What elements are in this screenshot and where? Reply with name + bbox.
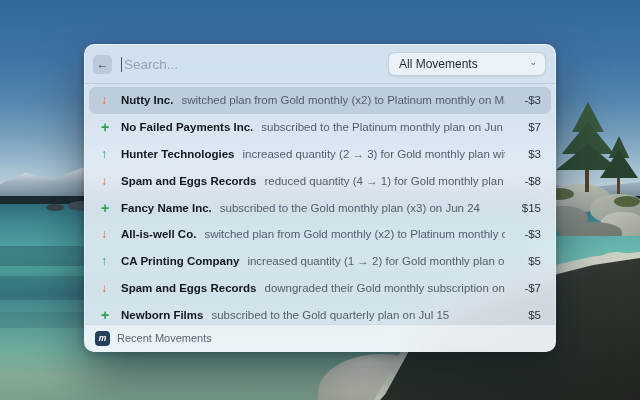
arrow-up-icon: ↑ (101, 254, 121, 268)
back-arrow-icon: ← (97, 57, 109, 71)
arrow-up-icon: ↑ (101, 147, 121, 161)
company-name: Spam and Eggs Records (121, 175, 256, 187)
movement-row[interactable]: ↓Spam and Eggs Recordsdowngraded their G… (89, 275, 551, 302)
company-name: CA Printing Company (121, 255, 239, 267)
wallpaper-pine-tree (600, 136, 638, 194)
movement-row[interactable]: ↓Nutty Inc.switched plan from Gold month… (89, 87, 551, 114)
movement-amount: -$7 (513, 282, 541, 294)
movement-row[interactable]: +Newborn Filmssubscribed to the Gold qua… (89, 301, 551, 324)
movement-row[interactable]: ↑Hunter Technologiesincreased quantity (… (89, 141, 551, 168)
movement-description: increased quantity (2 → 3) for Gold mont… (243, 148, 505, 160)
movement-description: subscribed to the Platinum monthly plan … (261, 121, 505, 133)
search-field-wrap (117, 57, 383, 72)
movement-row[interactable]: +No Failed Payments Inc.subscribed to th… (89, 114, 551, 141)
company-name: Hunter Technologies (121, 148, 235, 160)
movement-amount: -$3 (513, 228, 541, 240)
movement-description: switched plan from Gold monthly (x2) to … (181, 94, 505, 106)
chevron-down-icon: ⌄ (529, 58, 537, 67)
app-logo-icon: m (95, 331, 110, 346)
filter-selected-label: All Movements (399, 57, 478, 71)
movement-amount: $5 (513, 309, 541, 321)
wallpaper-bush (614, 196, 640, 207)
wallpaper-rock (46, 204, 64, 211)
plus-icon: + (101, 307, 121, 323)
movement-amount: $3 (513, 148, 541, 160)
movement-row[interactable]: ↓All-is-well Co.switched plan from Gold … (89, 221, 551, 248)
movement-amount: -$8 (513, 175, 541, 187)
arrow-down-icon: ↓ (101, 174, 121, 188)
movement-amount: $5 (513, 255, 541, 267)
company-name: No Failed Payments Inc. (121, 121, 253, 133)
back-button[interactable]: ← (93, 55, 112, 74)
movement-amount: $15 (513, 202, 541, 214)
search-header: ← All Movements ⌄ (85, 45, 555, 84)
movement-description: downgraded their Gold monthly subscripti… (264, 282, 505, 294)
movement-row[interactable]: +Fancy Name Inc.subscribed to the Gold m… (89, 194, 551, 221)
arrow-down-icon: ↓ (101, 227, 121, 241)
movement-description: reduced quantity (4 → 1) for Gold monthl… (264, 175, 505, 187)
company-name: All-is-well Co. (121, 228, 196, 240)
plus-icon: + (101, 119, 121, 135)
arrow-down-icon: ↓ (101, 93, 121, 107)
footer-label: Recent Movements (117, 332, 212, 344)
movement-description: increased quantity (1 → 2) for Gold mont… (247, 255, 505, 267)
movement-row[interactable]: ↓Spam and Eggs Recordsreduced quantity (… (89, 167, 551, 194)
search-input[interactable] (122, 57, 383, 72)
recent-movements-panel: ← All Movements ⌄ ↓Nutty Inc.switched pl… (84, 44, 556, 352)
movement-amount: $7 (513, 121, 541, 133)
plus-icon: + (101, 200, 121, 216)
company-name: Newborn Films (121, 309, 203, 321)
company-name: Fancy Name Inc. (121, 202, 212, 214)
movement-description: subscribed to the Gold quarterly plan on… (211, 309, 505, 321)
company-name: Nutty Inc. (121, 94, 173, 106)
footer-bar: m Recent Movements (85, 324, 555, 351)
movement-amount: -$3 (513, 94, 541, 106)
movement-row[interactable]: ↑CA Printing Companyincreased quantity (… (89, 248, 551, 275)
movement-description: switched plan from Gold monthly (x2) to … (204, 228, 505, 240)
arrow-down-icon: ↓ (101, 281, 121, 295)
movements-filter-dropdown[interactable]: All Movements ⌄ (388, 52, 546, 76)
movement-list: ↓Nutty Inc.switched plan from Gold month… (85, 84, 555, 324)
movement-description: subscribed to the Gold monthly plan (x3)… (220, 202, 505, 214)
company-name: Spam and Eggs Records (121, 282, 256, 294)
